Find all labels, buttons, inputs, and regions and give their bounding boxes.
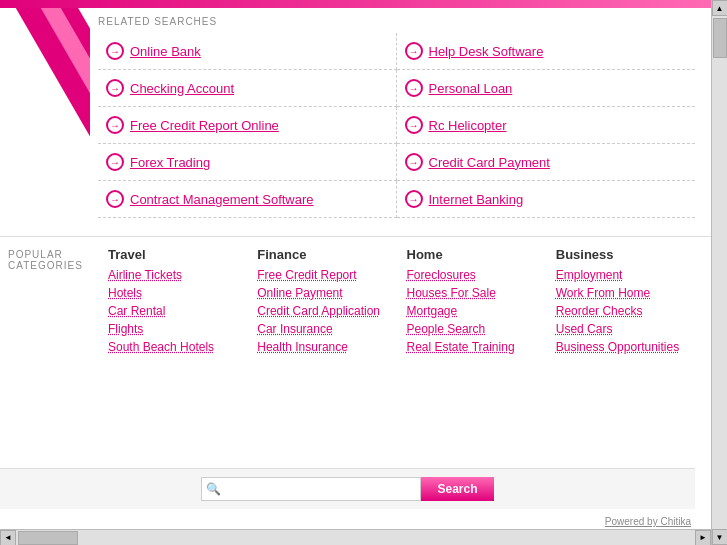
search-link-item: Free Credit Report Online [98, 107, 397, 144]
arrow-icon [405, 79, 423, 97]
travel-link-1[interactable]: Hotels [108, 286, 247, 300]
home-link-1[interactable]: Houses For Sale [407, 286, 546, 300]
credit-card-payment-link[interactable]: Credit Card Payment [429, 155, 550, 170]
logo-area [0, 8, 90, 138]
popular-categories-section: POPULAR CATEGORIES Travel Airline Ticket… [0, 236, 711, 368]
search-link-item: Internet Banking [397, 181, 696, 218]
free-credit-report-link[interactable]: Free Credit Report Online [130, 118, 279, 133]
search-link-item: Credit Card Payment [397, 144, 696, 181]
search-link-item: Help Desk Software [397, 33, 696, 70]
search-links-grid: Online Bank Help Desk Software Checking … [98, 33, 695, 218]
home-link-2[interactable]: Mortgage [407, 304, 546, 318]
related-searches-section: RELATED SEARCHES Online Bank Help Desk S… [90, 8, 711, 226]
search-button[interactable]: Search [421, 477, 493, 501]
arrow-icon [106, 153, 124, 171]
scroll-hthumb[interactable] [18, 531, 78, 545]
travel-link-3[interactable]: Flights [108, 322, 247, 336]
scrollbar-right[interactable]: ▲ ▼ [711, 0, 727, 545]
arrow-icon [405, 153, 423, 171]
search-link-item: Checking Account [98, 70, 397, 107]
personal-loan-link[interactable]: Personal Loan [429, 81, 513, 96]
arrow-icon [106, 190, 124, 208]
business-link-0[interactable]: Employment [556, 268, 695, 282]
category-travel: Travel Airline Tickets Hotels Car Rental… [108, 247, 247, 358]
search-link-item: Contract Management Software [98, 181, 397, 218]
forex-trading-link[interactable]: Forex Trading [130, 155, 210, 170]
related-searches-label: RELATED SEARCHES [98, 16, 695, 27]
finance-link-4[interactable]: Health Insurance [257, 340, 396, 354]
travel-link-0[interactable]: Airline Tickets [108, 268, 247, 282]
finance-link-0[interactable]: Free Credit Report [257, 268, 396, 282]
arrow-icon [405, 42, 423, 60]
search-link-item: Personal Loan [397, 70, 696, 107]
business-link-3[interactable]: Used Cars [556, 322, 695, 336]
travel-link-2[interactable]: Car Rental [108, 304, 247, 318]
category-title-business: Business [556, 247, 695, 262]
category-business: Business Employment Work From Home Reord… [556, 247, 695, 358]
search-link-item: Online Bank [98, 33, 397, 70]
finance-link-3[interactable]: Car Insurance [257, 322, 396, 336]
arrow-icon [106, 116, 124, 134]
home-link-4[interactable]: Real Estate Training [407, 340, 546, 354]
category-finance: Finance Free Credit Report Online Paymen… [257, 247, 396, 358]
arrow-icon [405, 116, 423, 134]
scroll-down-button[interactable]: ▼ [712, 529, 728, 545]
search-input[interactable] [225, 482, 416, 496]
contract-management-link[interactable]: Contract Management Software [130, 192, 314, 207]
categories-columns: Travel Airline Tickets Hotels Car Rental… [108, 247, 695, 358]
search-link-item: Forex Trading [98, 144, 397, 181]
search-link-item: Rc Helicopter [397, 107, 696, 144]
top-stripe [0, 0, 711, 8]
internet-banking-link[interactable]: Internet Banking [429, 192, 524, 207]
finance-link-2[interactable]: Credit Card Application [257, 304, 396, 318]
business-link-1[interactable]: Work From Home [556, 286, 695, 300]
search-input-wrapper: 🔍 [201, 477, 421, 501]
arrow-icon [106, 79, 124, 97]
rc-helicopter-link[interactable]: Rc Helicopter [429, 118, 507, 133]
checking-account-link[interactable]: Checking Account [130, 81, 234, 96]
home-link-0[interactable]: Foreclosures [407, 268, 546, 282]
category-title-travel: Travel [108, 247, 247, 262]
arrow-icon [405, 190, 423, 208]
scrollbar-bottom[interactable]: ◄ ► [0, 529, 711, 545]
business-link-4[interactable]: Business Opportunities [556, 340, 695, 354]
scroll-left-button[interactable]: ◄ [0, 530, 16, 546]
home-link-3[interactable]: People Search [407, 322, 546, 336]
help-desk-software-link[interactable]: Help Desk Software [429, 44, 544, 59]
scroll-up-button[interactable]: ▲ [712, 0, 728, 16]
category-title-home: Home [407, 247, 546, 262]
search-magnifier-icon: 🔍 [206, 482, 221, 496]
popular-categories-label: POPULAR CATEGORIES [8, 247, 108, 358]
category-home: Home Foreclosures Houses For Sale Mortga… [407, 247, 546, 358]
online-bank-link[interactable]: Online Bank [130, 44, 201, 59]
scroll-right-button[interactable]: ► [695, 530, 711, 546]
scroll-thumb[interactable] [713, 18, 727, 58]
arrow-icon [106, 42, 124, 60]
category-title-finance: Finance [257, 247, 396, 262]
search-bar-area: 🔍 Search [0, 468, 695, 509]
powered-by-link[interactable]: Powered by Chitika [605, 516, 691, 527]
business-link-2[interactable]: Reorder Checks [556, 304, 695, 318]
finance-link-1[interactable]: Online Payment [257, 286, 396, 300]
travel-link-4[interactable]: South Beach Hotels [108, 340, 247, 354]
